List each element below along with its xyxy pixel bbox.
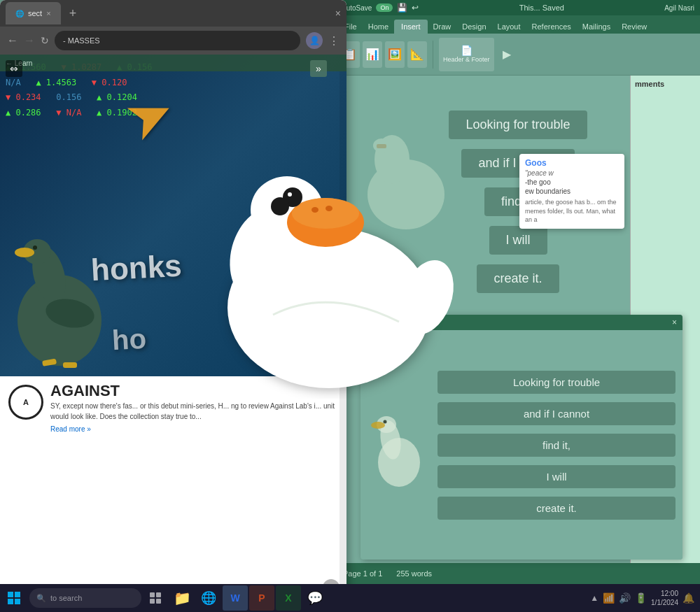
url-text: - MASSES [63, 36, 100, 45]
teams-btn[interactable]: 💬 [302, 585, 328, 611]
excel-btn[interactable]: X [276, 585, 301, 611]
page-info: Page 1 of 1 [343, 569, 382, 578]
goose-meme-svg [4, 194, 130, 376]
tab-draw[interactable]: Draw [428, 20, 457, 34]
google-text-peace: "peace w [525, 169, 619, 177]
svg-point-25 [271, 197, 289, 215]
svg-point-23 [326, 206, 332, 211]
against-logo: A [8, 385, 43, 420]
network-icon[interactable]: 📶 [603, 592, 615, 604]
google-title: Goos [525, 158, 619, 168]
new-tab-btn[interactable]: + [65, 5, 81, 22]
avatar-btn[interactable]: 👤 [306, 32, 323, 49]
taskbar-clock: 12:001/1/2024 [651, 589, 678, 607]
autosave-toggle[interactable]: On [376, 3, 393, 12]
notification-bar: ← Learn [0, 55, 346, 71]
svg-rect-35 [156, 599, 161, 604]
window-close-btn[interactable]: × [335, 8, 341, 19]
tab-references[interactable]: References [526, 20, 577, 34]
google-text-goo: -the goo [525, 178, 619, 186]
taskbar: 🔍 to search 📁 🌐 W P X 💬 ▲ 📶 🔊 🔋 12:001/1… [0, 584, 700, 612]
blog-content-area: A AGAINST SY, except now there's fas... … [0, 376, 346, 602]
user-name: Agil Nasri [664, 4, 694, 12]
undo-icon[interactable]: ↩ [412, 3, 419, 13]
tab-close-btn[interactable]: × [46, 9, 50, 17]
word-status-bar: Page 1 of 1 255 words [336, 563, 700, 584]
volume-icon[interactable]: 🔊 [619, 592, 631, 604]
powerpoint-btn[interactable]: P [249, 585, 274, 611]
google-suggest-box: Goos "peace w -the goo ew boundaries art… [519, 154, 624, 229]
ribbon-btn-2[interactable]: 📊 [363, 41, 382, 68]
svg-rect-11 [63, 362, 77, 368]
bottom-panel-close[interactable]: × [672, 318, 677, 327]
svg-point-21 [292, 198, 359, 229]
browser-titlebar: 🌐 sect × + × [0, 0, 346, 27]
svg-point-26 [288, 192, 292, 197]
comment-label: mments [635, 80, 696, 88]
read-more-link[interactable]: Read more » [50, 425, 91, 433]
word-text-looking: Looking for trouble [449, 111, 587, 139]
word-titlebar: AutoSave On 💾 ↩ This... Saved Agil Nasri [336, 0, 700, 15]
word-ribbon: AutoSave On 💾 ↩ This... Saved Agil Nasri… [336, 0, 700, 76]
save-icon[interactable]: 💾 [397, 3, 407, 13]
up-arrow-icon[interactable]: ▲ [590, 593, 598, 603]
chrome-btn[interactable]: 🌐 [196, 585, 221, 611]
svg-point-16 [384, 420, 387, 424]
tab-mailings[interactable]: Mailings [577, 20, 616, 34]
tab-home[interactable]: Home [363, 20, 394, 34]
doc-title: This... Saved [423, 3, 660, 12]
svg-point-15 [371, 422, 385, 429]
svg-rect-30 [8, 599, 13, 604]
browser-tab-active[interactable]: 🌐 sect × [6, 2, 61, 24]
main-goose-svg [189, 147, 483, 399]
ribbon-icons-row: 📋 📊 🖼️ 📐 📄 Header & Footer ▶ [336, 34, 700, 76]
url-bar[interactable]: - MASSES [55, 31, 300, 50]
header-footer-button[interactable]: 📄 Header & Footer [439, 38, 494, 71]
blog-body-text: SY, except now there's fas... or this de… [50, 401, 338, 422]
header-footer-label: Header & Footer [443, 56, 490, 64]
forward-btn[interactable]: → [24, 34, 35, 47]
back-btn[interactable]: ← [7, 34, 18, 47]
svg-point-7 [15, 248, 34, 257]
refresh-btn[interactable]: ↻ [41, 35, 49, 46]
notification-icon[interactable]: 🔔 [682, 592, 694, 604]
tab-review[interactable]: Review [616, 20, 652, 34]
svg-rect-28 [8, 592, 13, 597]
taskbar-search-bar[interactable]: 🔍 to search [29, 588, 141, 608]
tab-text: sect [28, 9, 42, 17]
bottom-text-create: create it. [438, 497, 676, 520]
tab-layout[interactable]: Layout [492, 20, 526, 34]
ribbon-btn-4[interactable]: 📐 [407, 41, 427, 68]
tab-insert[interactable]: Insert [394, 20, 428, 34]
ribbon-btn-3[interactable]: 🖼️ [385, 41, 405, 68]
sidebar-toggle[interactable]: » [310, 60, 327, 77]
browser-toolbar: ← → ↻ - MASSES 👤 ⋮ [0, 27, 346, 55]
bottom-text-will: I will [438, 465, 676, 488]
battery-icon[interactable]: 🔋 [635, 592, 647, 604]
taskbar-right-area: ▲ 📶 🔊 🔋 12:001/1/2024 🔔 [590, 589, 700, 607]
goose-bottom-svg [371, 399, 427, 490]
bottom-text-find: find it, [438, 434, 676, 457]
svg-rect-34 [150, 599, 155, 604]
main-goose-overlay [189, 147, 483, 399]
task-view-btn[interactable] [143, 585, 168, 611]
ribbon-btn-5[interactable]: ▶ [497, 41, 517, 68]
tab-design[interactable]: Design [456, 20, 491, 34]
word-text-will: I will [489, 226, 547, 255]
svg-rect-32 [150, 592, 155, 597]
word-text-create: create it. [477, 264, 559, 293]
svg-rect-29 [15, 592, 20, 597]
file-explorer-btn[interactable]: 📁 [169, 585, 195, 611]
expand-btn[interactable]: ⇔ [6, 60, 22, 77]
menu-icon[interactable]: ⋮ [328, 34, 340, 48]
svg-rect-33 [156, 592, 161, 597]
search-placeholder-text: to search [50, 594, 82, 602]
svg-point-22 [312, 207, 318, 213]
tab-icon: 🌐 [15, 10, 24, 17]
search-icon: 🔍 [36, 594, 46, 603]
word-btn[interactable]: W [223, 585, 248, 611]
task-view-icon [149, 592, 162, 604]
svg-rect-31 [15, 599, 20, 604]
windows-icon [7, 591, 21, 605]
start-button[interactable] [0, 584, 28, 612]
